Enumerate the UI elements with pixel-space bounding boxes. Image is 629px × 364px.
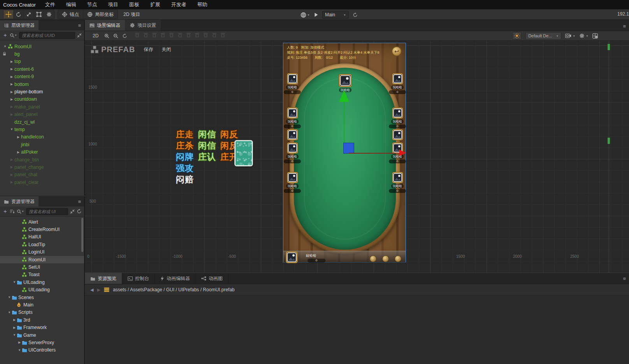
hierarchy-node-panel_chat[interactable]: ▶panel_chat xyxy=(0,171,84,178)
zoom-in-button[interactable] xyxy=(104,33,109,38)
tab-animation-graph[interactable]: 动画图 xyxy=(196,273,228,284)
player-avatar[interactable] xyxy=(392,172,403,183)
2d-mode-toggle[interactable]: 2D xyxy=(93,33,98,38)
assets-scrollbar[interactable] xyxy=(81,218,83,252)
asset-search-filter-button[interactable]: ▼ xyxy=(17,209,24,214)
game-action-label[interactable]: 庄杀 xyxy=(176,140,194,151)
menu-help[interactable]: 帮助 xyxy=(192,0,213,9)
expand-arrow-icon[interactable]: ▼ xyxy=(2,45,8,48)
canvas-scroll-track[interactable] xyxy=(608,41,610,273)
asset-item-Main[interactable]: Main xyxy=(0,301,84,308)
layout-grid-icon[interactable] xyxy=(592,33,598,38)
expand-arrow-icon[interactable]: ▶ xyxy=(12,326,17,329)
game-action-label[interactable]: 闷牌 xyxy=(176,151,194,163)
hierarchy-node-RoomUI[interactable]: ▼RoomUI xyxy=(0,43,84,50)
expand-arrow-icon[interactable]: ▶ xyxy=(9,180,14,184)
hierarchy-node-change_btn[interactable]: ▶change_btn xyxy=(0,156,84,163)
refresh-button[interactable] xyxy=(353,12,358,18)
game-action-label[interactable]: 闲信 xyxy=(198,140,216,151)
scene-gizmo-settings-button[interactable]: ▼ xyxy=(579,33,589,38)
sort-assets-button[interactable] xyxy=(10,209,15,214)
hierarchy-node-player-bottom[interactable]: ▶player-bottom xyxy=(0,88,84,95)
expand-arrow-icon[interactable]: ▶ xyxy=(9,158,14,161)
hierarchy-node-handleIcon[interactable]: ▶handleIcon xyxy=(0,133,84,141)
expand-arrow-icon[interactable]: ▶ xyxy=(12,318,17,322)
hierarchy-node-dzz_cj_wl[interactable]: dzz_cj_wl xyxy=(0,118,84,126)
hierarchy-node-countdown[interactable]: ▶countdown xyxy=(0,96,84,103)
expand-arrow-icon[interactable]: ▼ xyxy=(12,280,17,284)
hierarchy-node-alert_panel[interactable]: ▶alert_panel xyxy=(0,111,84,118)
player-seat-left-5[interactable]: 玩哈哈 0 xyxy=(283,172,301,193)
gizmo-origin-handle[interactable] xyxy=(343,143,354,154)
menu-panel[interactable]: 面板 xyxy=(124,0,145,9)
search-filter-button[interactable]: ▼ xyxy=(10,33,17,38)
scale-tool-button[interactable] xyxy=(24,10,34,19)
zoom-out-button[interactable] xyxy=(113,33,118,38)
scene-panel-menu-icon[interactable]: ≡ xyxy=(623,23,626,29)
asset-item-RoomUI[interactable]: RoomUI xyxy=(0,256,84,263)
player-avatar[interactable] xyxy=(287,108,298,118)
assets-title-tab[interactable]: 资源管理器 xyxy=(0,196,39,206)
tab-console[interactable]: 控制台 xyxy=(122,273,155,284)
prefab-save-button[interactable]: 保存 xyxy=(144,46,153,53)
player-seat-top[interactable]: 玩哈哈 xyxy=(334,74,357,92)
tab-scene-editor[interactable]: 场景编辑器 xyxy=(85,20,125,31)
game-action-label[interactable]: 闲反 xyxy=(220,129,238,140)
asset-item-SetUI[interactable]: SetUI xyxy=(0,263,84,271)
game-action-label[interactable]: 庄走 xyxy=(176,129,194,140)
menu-extension[interactable]: 扩展 xyxy=(145,0,166,9)
hierarchy-node-panel_clear[interactable]: ▶panel_clear xyxy=(0,178,84,186)
player-seat-left-2[interactable]: 玩哈哈 0 xyxy=(283,108,301,128)
player-seat-right-2[interactable]: 玩哈哈 0 xyxy=(388,108,406,128)
gizmo-y-axis-arrowhead[interactable] xyxy=(339,90,349,102)
lock-icon[interactable] xyxy=(2,52,7,57)
scene-canvas[interactable]: PREFAB 保存 关闭 1500 1000 500 0 -1500 -1000… xyxy=(85,41,629,273)
hierarchy-node-bottom[interactable]: ▶bottom xyxy=(0,80,84,88)
player-avatar[interactable] xyxy=(339,74,351,87)
emoji-button[interactable] xyxy=(382,256,389,262)
expand-arrow-icon[interactable]: ▶ xyxy=(9,165,14,169)
expand-arrow-icon[interactable]: ▶ xyxy=(9,98,14,101)
expand-arrow-icon[interactable]: ▶ xyxy=(9,173,14,177)
game-action-label[interactable]: 闷赔 xyxy=(176,174,194,185)
reset-view-button[interactable] xyxy=(122,33,127,38)
menu-edit[interactable]: 编辑 xyxy=(61,0,82,9)
asset-item-Scenes[interactable]: ▼Scenes xyxy=(0,294,84,301)
tab-animation-editor[interactable]: 动画编辑器 xyxy=(155,273,196,284)
hierarchy-title-tab[interactable]: 层级管理器 xyxy=(0,20,39,30)
asset-item-LoginUI[interactable]: LoginUI xyxy=(0,248,84,256)
move-tool-button[interactable] xyxy=(4,10,14,19)
expand-arrow-icon[interactable]: ▼ xyxy=(17,348,22,352)
player-avatar[interactable] xyxy=(392,74,403,84)
hierarchy-node-content-6[interactable]: ▶content-6 xyxy=(0,65,84,73)
player-seat-right-5[interactable]: 玩哈哈 0 xyxy=(388,172,406,193)
player-seat-left-3[interactable] xyxy=(283,130,301,140)
player-avatar[interactable] xyxy=(287,143,298,153)
asset-item-UILoading[interactable]: ▼UILoading xyxy=(0,278,84,286)
leave-room-button[interactable]: ↩ xyxy=(392,46,402,56)
expand-arrow-icon[interactable]: ▼ xyxy=(12,333,17,337)
create-asset-button[interactable]: ＋ xyxy=(2,208,8,215)
hierarchy-search-input[interactable] xyxy=(19,32,75,39)
asset-item-Alert[interactable]: Alert xyxy=(0,218,84,226)
asset-item-UIControllers[interactable]: ▼UIControllers xyxy=(0,346,84,354)
game-action-label[interactable]: 庄认 xyxy=(198,151,216,163)
bottom-panel-menu-icon[interactable]: ≡ xyxy=(623,276,626,282)
expand-arrow-icon[interactable]: ▶ xyxy=(9,75,14,79)
scene-select-dropdown[interactable]: Main ▼ xyxy=(322,11,349,19)
player-avatar[interactable] xyxy=(392,130,403,140)
hierarchy-node-allPoker[interactable]: ▶allPoker xyxy=(0,148,84,156)
hierarchy-node-jinbi[interactable]: jinbi xyxy=(0,141,84,148)
menu-project[interactable]: 项目 xyxy=(103,0,124,9)
hierarchy-node-content-9[interactable]: ▶content-9 xyxy=(0,73,84,80)
asset-item-Game[interactable]: ▼Game xyxy=(0,331,84,339)
prefab-close-button[interactable]: 关闭 xyxy=(162,46,171,53)
refresh-assets-button[interactable] xyxy=(77,209,82,214)
expand-arrow-icon[interactable]: ▶ xyxy=(9,113,14,116)
browser-select-button[interactable]: ▼ xyxy=(300,12,310,18)
game-action-label[interactable]: 强攻 xyxy=(176,163,194,174)
player-avatar[interactable] xyxy=(392,108,403,118)
player-seat-right-3[interactable] xyxy=(388,130,406,140)
expand-arrow-icon[interactable]: ▼ xyxy=(7,296,12,299)
game-action-label[interactable]: 闲信 xyxy=(198,129,216,140)
